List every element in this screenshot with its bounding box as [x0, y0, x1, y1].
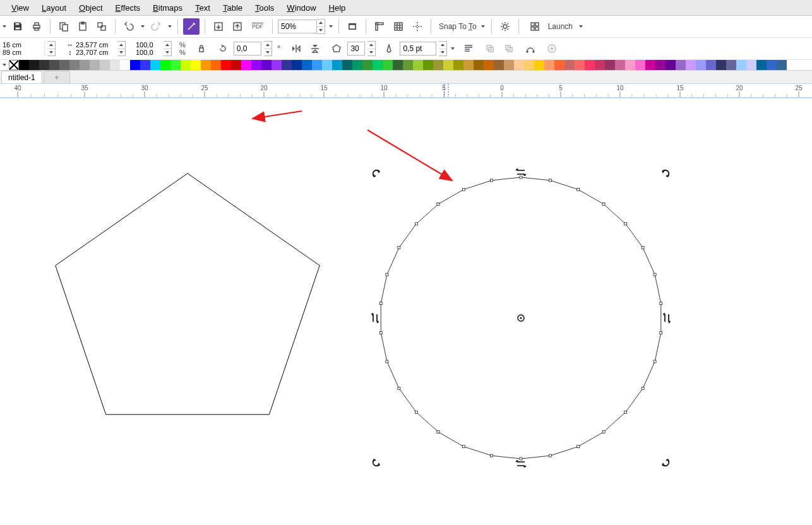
outline-dropdown[interactable] [450, 40, 455, 57]
shape-node[interactable] [520, 176, 522, 179]
color-swatch[interactable] [170, 60, 181, 70]
drawing-canvas[interactable] [0, 98, 812, 525]
shape-node[interactable] [624, 223, 627, 225]
color-swatch[interactable] [342, 60, 352, 70]
shape-node[interactable] [491, 454, 493, 457]
color-swatch[interactable] [433, 60, 443, 70]
color-swatch[interactable] [140, 60, 150, 70]
mirror-horizontal-icon[interactable] [288, 40, 304, 57]
color-swatch[interactable] [463, 60, 474, 70]
scale-x-input[interactable] [136, 41, 158, 49]
shape-node[interactable] [415, 411, 417, 413]
color-swatch[interactable] [403, 60, 413, 70]
text-wrap-icon[interactable] [460, 40, 477, 57]
zoom-dropdown[interactable] [328, 18, 333, 35]
color-swatch[interactable] [282, 60, 292, 70]
shape-node[interactable] [520, 457, 522, 460]
color-swatch[interactable] [554, 60, 564, 70]
color-swatch[interactable] [524, 60, 534, 70]
color-swatch[interactable] [605, 60, 615, 70]
lock-ratio-icon[interactable] [193, 40, 210, 57]
app-launcher-icon[interactable] [527, 18, 543, 35]
print-icon[interactable] [28, 18, 45, 35]
color-swatch[interactable] [312, 60, 322, 70]
shape-node[interactable] [549, 454, 551, 457]
color-swatch[interactable] [59, 60, 69, 70]
menu-view[interactable]: View [5, 2, 35, 14]
color-swatch[interactable] [322, 60, 332, 70]
color-swatch[interactable] [494, 60, 504, 70]
to-front-icon[interactable] [482, 40, 498, 57]
scale-y-input[interactable] [136, 49, 158, 56]
menu-window[interactable]: Window [280, 2, 322, 14]
shape-node[interactable] [602, 203, 605, 206]
menu-help[interactable]: Help [323, 2, 352, 14]
color-swatch[interactable] [443, 60, 453, 70]
paste-icon[interactable] [75, 18, 91, 35]
shape-node[interactable] [415, 223, 417, 225]
color-swatch[interactable] [100, 60, 110, 70]
fullscreen-icon[interactable] [344, 18, 361, 35]
pentagon-shape[interactable] [56, 174, 319, 415]
snap-to-dropdown[interactable] [481, 18, 486, 35]
convert-curves-icon[interactable] [522, 40, 539, 57]
rotate-handle-tl[interactable] [371, 168, 379, 177]
skew-handle-bottom[interactable] [516, 461, 526, 467]
menu-object[interactable]: Object [73, 2, 109, 14]
shape-node[interactable] [398, 247, 400, 249]
skew-handle-top[interactable] [516, 169, 526, 175]
rotate-handle-bl[interactable] [371, 459, 379, 467]
artistic-media-icon[interactable] [183, 18, 200, 35]
color-swatch[interactable] [413, 60, 423, 70]
color-swatch[interactable] [231, 60, 241, 70]
to-back-icon[interactable] [501, 40, 517, 57]
color-swatch[interactable] [746, 60, 756, 70]
color-swatch[interactable] [29, 60, 39, 70]
shape-node[interactable] [386, 360, 388, 363]
skew-handle-left[interactable] [372, 313, 378, 323]
undo-icon[interactable] [121, 18, 137, 35]
scale-spinner[interactable] [164, 41, 172, 56]
color-swatch[interactable] [514, 60, 524, 70]
shape-node[interactable] [462, 188, 465, 191]
color-swatch[interactable] [423, 60, 433, 70]
clone-icon[interactable] [93, 18, 110, 35]
rotation-spinner[interactable] [264, 41, 272, 56]
shape-node[interactable] [398, 387, 400, 390]
color-swatch[interactable] [251, 60, 261, 70]
undo-history-dropdown[interactable] [140, 18, 145, 35]
rulers-icon[interactable] [371, 18, 388, 35]
color-swatch[interactable] [726, 60, 736, 70]
color-swatch[interactable] [635, 60, 645, 70]
menu-effects[interactable]: Effects [109, 2, 147, 14]
shape-node[interactable] [660, 331, 662, 334]
color-swatch[interactable] [69, 60, 80, 70]
color-swatch[interactable] [484, 60, 494, 70]
color-swatch[interactable] [110, 60, 120, 70]
color-swatch[interactable] [615, 60, 625, 70]
menu-text[interactable]: Text [189, 2, 217, 14]
color-swatch[interactable] [181, 60, 191, 70]
shape-node[interactable] [654, 360, 656, 363]
color-swatch[interactable] [544, 60, 554, 70]
import-icon[interactable] [210, 18, 227, 35]
color-swatch[interactable] [767, 60, 777, 70]
polygon-sides-input[interactable] [347, 42, 365, 56]
width-input[interactable] [76, 41, 112, 49]
shape-node[interactable] [437, 430, 439, 433]
color-swatch[interactable] [383, 60, 393, 70]
color-swatch[interactable] [373, 60, 383, 70]
height-input[interactable] [76, 49, 112, 56]
rotation-center-icon[interactable] [518, 315, 524, 321]
redo-history-dropdown[interactable] [167, 18, 172, 35]
rotation-input[interactable] [234, 42, 261, 56]
color-swatch[interactable] [534, 60, 544, 70]
color-swatch[interactable] [393, 60, 403, 70]
color-swatch[interactable] [292, 60, 302, 70]
color-swatch[interactable] [595, 60, 605, 70]
color-swatch[interactable] [736, 60, 746, 70]
skew-handle-right[interactable] [664, 313, 670, 323]
launch-dropdown[interactable] [578, 18, 583, 35]
color-swatch[interactable] [575, 60, 585, 70]
color-swatch[interactable] [564, 60, 575, 70]
